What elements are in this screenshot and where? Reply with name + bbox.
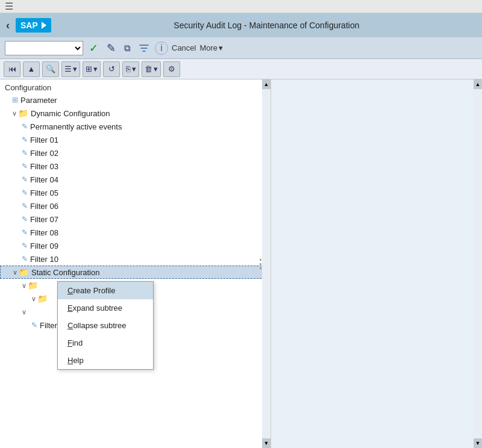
prev-button[interactable]: ▲ [23, 61, 40, 77]
hamburger-icon[interactable]: ☰ [5, 1, 13, 12]
filter03-label: Filter 03 [30, 162, 58, 171]
context-menu-item-find[interactable]: Find [58, 334, 153, 352]
cancel-button[interactable]: Cancel [172, 43, 196, 52]
tree-scrollbar[interactable]: ▲ ▼ [262, 79, 271, 448]
toolbar2: ⏮ ▲ 🔍 ☰ ▾ ⊞ ▾ ↺ ⎘ ▾ 🗑 ▾ ⚙ [0, 59, 482, 79]
tree-item-filter08[interactable]: ✎ Filter 08 [0, 226, 271, 239]
filter04-label: Filter 04 [30, 175, 58, 184]
filter02-icon: ✎ [22, 149, 28, 157]
tree-item-filter06[interactable]: ✎ Filter 06 [0, 199, 271, 213]
filter08-label: Filter 08 [30, 228, 58, 237]
context-menu-item-collapse-subtree[interactable]: Collapse subtree [58, 317, 153, 334]
filter01-label: Filter 01 [30, 135, 58, 145]
expand-sub1-icon: ∨ [22, 282, 27, 290]
filter06-icon: ✎ [22, 202, 28, 210]
drag-handle[interactable] [258, 255, 262, 273]
filter07-icon: ✎ [22, 215, 28, 223]
clipboard-button[interactable]: ⎘ ▾ [122, 61, 139, 77]
tree-item-filter10[interactable]: ✎ Filter 10 [0, 252, 271, 266]
filter05-icon: ✎ [22, 188, 28, 197]
delete-arrow-icon: ▾ [154, 64, 158, 73]
tree-item-filter07[interactable]: ✎ Filter 07 [0, 213, 271, 226]
info-button[interactable]: i [155, 42, 168, 55]
refresh-button[interactable]: ↺ [103, 61, 120, 77]
filter10-label: Filter 10 [30, 255, 58, 264]
right-scroll-down[interactable]: ▼ [474, 438, 482, 448]
first-button[interactable]: ⏮ [4, 61, 20, 77]
grid-view-button[interactable]: ⊞ ▾ [83, 61, 101, 77]
static-config-icon: 📁 [19, 267, 29, 277]
section-configuration: Configuration [0, 79, 271, 93]
scroll-down-btn[interactable]: ▼ [262, 438, 271, 448]
dynamic-config-icon: 📁 [18, 108, 28, 118]
filter09-icon: ✎ [22, 241, 28, 250]
grid-arrow-icon: ▾ [93, 64, 98, 73]
list-icon: ☰ [64, 64, 72, 73]
first-icon: ⏮ [8, 64, 16, 73]
more-button[interactable]: More ▾ [199, 43, 223, 52]
tree-item-filter05[interactable]: ✎ Filter 05 [0, 186, 271, 199]
confirm-button[interactable]: ✓ [87, 40, 101, 56]
dynamic-config-label: Dynamic Configuration [31, 109, 110, 118]
scroll-up-btn[interactable]: ▲ [262, 79, 271, 89]
expand-sub2-icon: ∨ [31, 295, 36, 303]
filter08-icon: ✎ [22, 228, 28, 237]
parameter-icon: ⊞ [12, 96, 18, 104]
filter10-icon: ✎ [22, 255, 28, 263]
filter-button[interactable] [137, 42, 151, 54]
parameter-label: Parameter [20, 96, 57, 105]
copy-button[interactable]: ⧉ [122, 42, 133, 55]
refresh-icon: ↺ [108, 64, 115, 73]
static-sub2-icon: 📁 [37, 294, 48, 303]
delete-button[interactable]: 🗑 ▾ [142, 61, 161, 77]
filter07-label: Filter 07 [30, 215, 58, 224]
delete-icon: 🗑 [145, 64, 152, 73]
back-button[interactable]: ‹ [6, 19, 10, 32]
settings-button[interactable]: ⚙ [163, 61, 180, 77]
more-label: More [199, 43, 218, 52]
tree-panel: Configuration ⊞ Parameter ∨ 📁 Dynamic Co… [0, 79, 271, 448]
tree-item-filter02[interactable]: ✎ Filter 02 [0, 146, 271, 160]
filter05-label: Filter 05 [30, 188, 58, 198]
tree-item-filter01[interactable]: ✎ Filter 01 [0, 133, 271, 146]
collapse-subtree-label: Collapse subtree [67, 321, 127, 330]
search-button[interactable]: 🔍 [42, 61, 59, 77]
toolbar-select[interactable] [5, 41, 83, 55]
static-sub1-icon: 📁 [28, 281, 38, 290]
clipboard-arrow-icon: ▾ [132, 64, 136, 73]
tree-item-perm-active[interactable]: ✎ Permanently active events [0, 120, 271, 133]
tree-item-filter04[interactable]: ✎ Filter 04 [0, 173, 271, 186]
list-view-button[interactable]: ☰ ▾ [61, 61, 80, 77]
settings-icon: ⚙ [168, 64, 175, 73]
filter03-icon: ✎ [22, 162, 28, 170]
create-profile-underline: Create Profile [67, 286, 115, 295]
context-menu-item-create-profile[interactable]: Create Profile [58, 282, 153, 299]
toolbar1: ✓ ✎ ⧉ i Cancel More ▾ [0, 37, 482, 59]
right-scrollbar[interactable]: ▲ ▼ [474, 79, 482, 448]
context-menu-item-expand-subtree[interactable]: Expand subtree [58, 299, 153, 317]
sap-logo-triangle [42, 22, 46, 29]
tree-item-filter03[interactable]: ✎ Filter 03 [0, 160, 271, 173]
filter02-label: Filter 02 [30, 149, 58, 158]
help-label: Help [67, 356, 84, 365]
tree-item-static-config[interactable]: ∨ 📁 Static Configuration [0, 266, 271, 279]
right-scroll-up[interactable]: ▲ [474, 79, 482, 89]
context-menu-item-help[interactable]: Help [58, 352, 153, 369]
grid-icon: ⊞ [86, 64, 92, 73]
sap-logo-text: SAP [20, 20, 38, 30]
static-config-label: Static Configuration [31, 268, 99, 277]
menu-bar: ☰ [0, 0, 482, 13]
expand-subtree-label: Expand subtree [67, 303, 122, 313]
list-arrow-icon: ▾ [73, 64, 77, 73]
filter04-icon: ✎ [22, 175, 28, 184]
search-icon: 🔍 [46, 64, 55, 73]
tree-item-dynamic-config[interactable]: ∨ 📁 Dynamic Configuration [0, 107, 271, 120]
edit-button[interactable]: ✎ [104, 40, 118, 56]
expand-sub3-icon: ∨ [22, 308, 27, 316]
tree-item-filter09[interactable]: ✎ Filter 09 [0, 239, 271, 252]
tree-item-parameter[interactable]: ⊞ Parameter [0, 93, 271, 107]
expand-icon-static: ∨ [13, 269, 17, 276]
filter06-label: Filter 06 [30, 202, 58, 211]
find-label: Find [67, 338, 83, 347]
context-menu: Create Profile Expand subtree Collapse s… [57, 281, 154, 370]
